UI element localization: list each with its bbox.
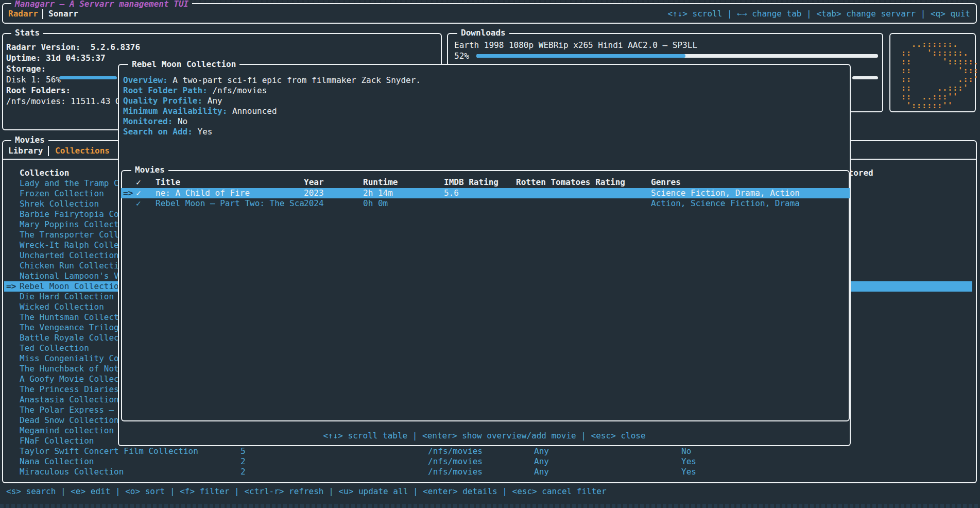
collection-name: Lady and the Tramp Co bbox=[20, 178, 124, 189]
app-title: Managarr – A Servarr management TUI bbox=[11, 0, 192, 9]
stats-line: Storage: bbox=[6, 64, 46, 74]
modal-field-value: No bbox=[178, 116, 187, 126]
collection-name: Dead Snow Collection bbox=[20, 415, 119, 426]
collection-name: Anastasia Collection bbox=[20, 395, 119, 405]
modal-field-label: Overview: bbox=[123, 75, 173, 85]
modal-movie-row[interactable]: ✓Rebel Moon – Part Two: The Scar20240h 0… bbox=[119, 198, 850, 209]
stats-line: Radarr Version: 5.2.6.8376 bbox=[6, 42, 140, 53]
modal-field-label: Search on Add: bbox=[123, 127, 198, 137]
collections-panel-title: Movies bbox=[11, 135, 48, 145]
collection-row[interactable]: Nana Collection2/nfs/moviesAnyYes bbox=[0, 456, 980, 467]
movie-monitored-check: ✓ bbox=[136, 188, 141, 198]
collection-search-on-add: Yes bbox=[681, 467, 696, 477]
movies-header-genres: Genres bbox=[651, 177, 681, 188]
modal-field-label: Quality Profile: bbox=[123, 96, 208, 106]
movies-header-imdb: IMDB Rating bbox=[444, 177, 498, 188]
collection-name: The Hunchback of Notr bbox=[20, 364, 124, 374]
tab-radarr[interactable]: Radarr bbox=[8, 9, 38, 19]
collection-name: The Huntsman Collecti bbox=[20, 312, 124, 323]
clipped-text-bottom bbox=[0, 504, 980, 508]
movies-header-year: Year bbox=[304, 177, 324, 188]
collection-name: Uncharted Collection bbox=[20, 250, 119, 261]
tab-separator bbox=[42, 9, 43, 19]
tab-sonarr[interactable]: Sonarr bbox=[48, 9, 78, 19]
movie-title: Rebel Moon – Part Two: The Scar bbox=[156, 198, 305, 209]
tab-collections[interactable]: Collections bbox=[55, 146, 110, 156]
download-percent: 52% bbox=[454, 51, 469, 61]
collection-name: FNaF Collection bbox=[20, 436, 94, 446]
collection-name: Shrek Collection bbox=[20, 199, 99, 209]
selection-marker: => bbox=[6, 281, 16, 292]
collection-name: Taylor Swift Concert Film Collection bbox=[20, 446, 198, 456]
collection-quality-profile: Any bbox=[534, 456, 549, 467]
collection-name: Barbie Fairytopia Col bbox=[20, 209, 124, 219]
collections-column-header: Collection bbox=[20, 168, 69, 178]
collection-root-folder: /nfs/movies bbox=[428, 467, 483, 477]
download-progress-fill bbox=[476, 54, 685, 58]
collection-name: Wreck-It Ralph Collec bbox=[20, 240, 124, 250]
collection-movie-count: 2 bbox=[240, 456, 246, 467]
movies-header-runtime: Runtime bbox=[363, 177, 398, 188]
collection-quality-profile: Any bbox=[534, 446, 549, 456]
collection-search-on-add: No bbox=[681, 446, 691, 456]
modal-field-value: Yes bbox=[198, 127, 213, 137]
collection-name: Miss Congeniality Col bbox=[20, 353, 124, 364]
collection-name: Megamind collection bbox=[20, 426, 114, 436]
modal-field-value: Announced bbox=[232, 106, 277, 116]
terminal-screen: Managarr – A Servarr management TUI Rada… bbox=[0, 0, 980, 508]
collection-root-folder: /nfs/movies bbox=[428, 446, 483, 456]
modal-field: Quality Profile: Any bbox=[123, 96, 222, 106]
collection-name: Miraculous Collection bbox=[20, 467, 124, 477]
movie-imdb-rating: 5.6 bbox=[444, 188, 459, 198]
stats-line: /nfs/movies: 11511.43 GB bbox=[6, 96, 125, 107]
collection-root-folder: /nfs/movies bbox=[428, 456, 483, 467]
collection-name: Die Hard Collection bbox=[20, 292, 114, 302]
download-progress-track bbox=[476, 54, 878, 58]
collection-name: The Vengeance Trilogy bbox=[20, 323, 124, 333]
movie-year: 2024 bbox=[304, 198, 324, 209]
stats-line: Disk 1: 56% bbox=[6, 75, 61, 85]
download2-progress-remainder bbox=[852, 76, 878, 79]
stats-title: Stats bbox=[11, 28, 43, 38]
modal-field: Monitored: No bbox=[123, 116, 187, 127]
movies-header-rt: Rotten Tomatoes Rating bbox=[516, 177, 625, 188]
stats-line: Uptime: 31d 04:35:37 bbox=[6, 53, 106, 63]
modal-title: Rebel Moon Collection bbox=[128, 59, 239, 70]
modal-field: Overview: A two-part sci-fi epic from fi… bbox=[123, 75, 421, 86]
modal-movie-row[interactable]: =>✓ne: A Child of Fire20232h 14m5.6Scien… bbox=[119, 188, 850, 198]
collection-name: National Lampoon's Va bbox=[20, 271, 124, 281]
collection-row[interactable]: Miraculous Collection2/nfs/moviesAnyYes bbox=[0, 467, 980, 477]
movie-runtime: 0h 0m bbox=[363, 198, 388, 209]
collection-quality-profile: Any bbox=[534, 467, 549, 477]
modal-field: Minimum Availability: Announced bbox=[123, 106, 277, 116]
movie-title: ne: A Child of Fire bbox=[156, 188, 305, 198]
collection-name: Wicked Collection bbox=[20, 302, 104, 312]
download-item: Earth 1998 1080p WEBRip x265 Hindi AAC2.… bbox=[454, 40, 697, 50]
tab-library[interactable]: Library bbox=[8, 146, 43, 156]
modal-field: Root Folder Path: /nfs/movies bbox=[123, 86, 267, 96]
disk-usage-bar bbox=[59, 76, 117, 79]
movies-header-title: Title bbox=[156, 177, 180, 188]
collection-movie-count: 2 bbox=[240, 467, 246, 477]
collection-row[interactable]: Taylor Swift Concert Film Collection5/nf… bbox=[0, 446, 980, 456]
movies-header-check: ✓ bbox=[136, 177, 141, 188]
modal-selection-marker: => bbox=[123, 188, 133, 198]
movie-runtime: 2h 14m bbox=[363, 188, 393, 198]
stats-line: Root Folders: bbox=[6, 86, 71, 96]
modal-field-value: A two-part sci-fi epic from filmmaker Za… bbox=[173, 75, 421, 85]
collection-name: Frozen Collection bbox=[20, 189, 104, 199]
modal-field-label: Root Folder Path: bbox=[123, 86, 212, 95]
collections-tab-separator bbox=[48, 146, 49, 156]
modal-field-value: /nfs/movies bbox=[212, 86, 267, 95]
collection-name: Nana Collection bbox=[20, 456, 94, 467]
collection-name: The Princess Diaries bbox=[20, 384, 119, 395]
collection-name: Chicken Run Collectio bbox=[20, 261, 124, 271]
modal-field-value: Any bbox=[208, 96, 222, 106]
header-keybinds: <↑↓> scroll | ←→ change tab | <tab> chan… bbox=[667, 9, 970, 19]
modal-footer-keybinds: <↑↓> scroll table | <enter> show overvie… bbox=[323, 431, 645, 441]
movie-monitored-check: ✓ bbox=[136, 198, 141, 209]
downloads-title: Downloads bbox=[457, 28, 509, 38]
modal-field-label: Minimum Availability: bbox=[123, 106, 232, 116]
modal-movies-title: Movies bbox=[131, 165, 168, 175]
movie-genres: Action, Science Fiction, Drama bbox=[651, 198, 800, 209]
